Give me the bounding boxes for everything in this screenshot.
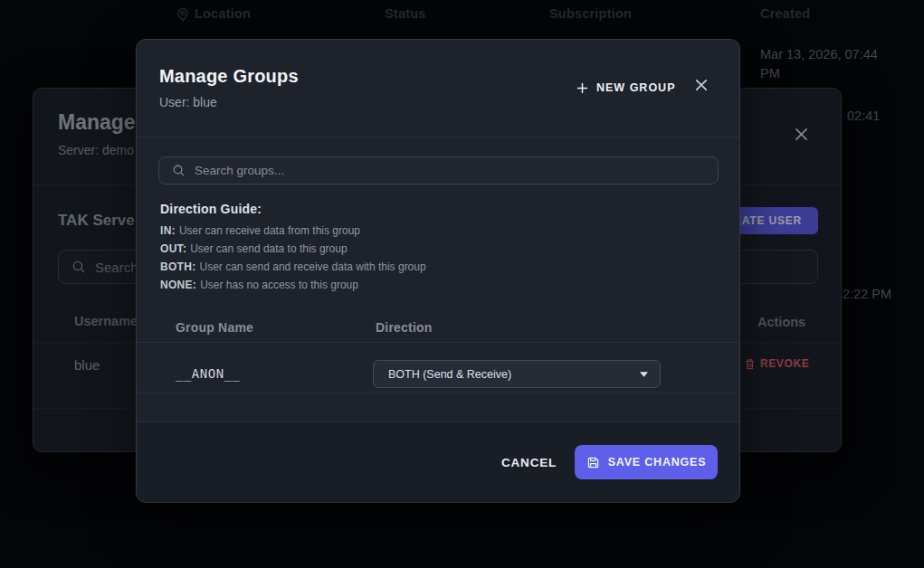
groups-table-header-divider <box>137 342 739 343</box>
save-changes-button-label: SAVE CHANGES <box>608 456 707 469</box>
direction-select[interactable]: BOTH (Send & Receive) <box>373 360 661 388</box>
groups-modal-header-divider <box>137 137 739 137</box>
direction-guide-prefix: OUT: <box>160 242 186 255</box>
direction-guide-item: OUT:User can send data to this group <box>160 242 348 255</box>
groups-modal-title: Manage Groups <box>159 66 299 87</box>
direction-guide-text: User can send data to this group <box>190 242 347 255</box>
direction-select-value: BOTH (Send & Receive) <box>388 368 511 381</box>
save-changes-button[interactable]: SAVE CHANGES <box>575 445 718 479</box>
groups-search-input[interactable] <box>195 164 705 177</box>
group-name-cell: __ANON__ <box>176 366 240 381</box>
direction-guide-item: BOTH:User can send and receive data with… <box>160 260 426 273</box>
close-icon[interactable] <box>694 78 709 92</box>
cancel-button[interactable]: CANCEL <box>487 446 571 478</box>
search-icon <box>172 164 186 177</box>
plus-icon <box>576 82 588 94</box>
save-icon <box>586 456 600 469</box>
app-root: Location Status Subscription Created Mar… <box>0 0 924 568</box>
new-group-button-label: NEW GROUP <box>596 81 675 94</box>
direction-guide-item: NONE:User has no access to this group <box>160 279 358 291</box>
manage-groups-modal: Manage Groups User: blue NEW GROUP Direc… <box>136 39 740 503</box>
direction-guide-prefix: IN: <box>160 224 176 237</box>
groups-table-row-divider <box>137 392 739 393</box>
direction-guide-text: User has no access to this group <box>200 279 358 291</box>
chevron-down-icon <box>640 372 648 377</box>
direction-guide-prefix: NONE: <box>160 279 196 291</box>
direction-guide-title: Direction Guide: <box>160 202 262 216</box>
direction-guide-prefix: BOTH: <box>160 260 196 273</box>
direction-guide-text: User can send and receive data with this… <box>200 260 426 273</box>
new-group-button[interactable]: NEW GROUP <box>576 76 675 99</box>
direction-guide-item: IN:User can receive data from this group <box>160 224 360 237</box>
group-name-column-header: Group Name <box>176 320 253 335</box>
groups-search-box <box>158 156 719 185</box>
direction-column-header: Direction <box>376 320 432 335</box>
groups-modal-subtitle: User: blue <box>159 95 217 109</box>
direction-guide-text: User can receive data from this group <box>179 224 360 237</box>
